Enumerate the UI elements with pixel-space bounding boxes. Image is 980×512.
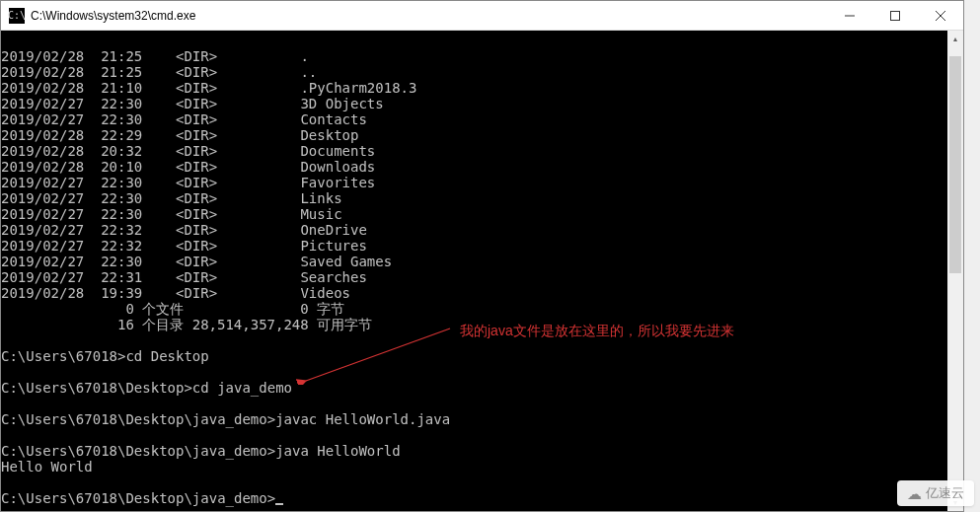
scroll-up-icon[interactable]: ▴: [947, 31, 963, 47]
watermark: ☁ 亿速云: [897, 480, 974, 506]
app-icon: C:\: [9, 8, 25, 24]
close-button[interactable]: [918, 1, 963, 30]
scroll-thumb[interactable]: [949, 56, 961, 273]
terminal-output[interactable]: 2019/02/28 21:25 <DIR> . 2019/02/28 21:2…: [1, 31, 947, 511]
cloud-icon: ☁: [907, 486, 922, 501]
maximize-button[interactable]: [872, 1, 918, 30]
svg-rect-1: [891, 11, 900, 20]
window-title: C:\Windows\system32\cmd.exe: [31, 9, 827, 23]
minimize-button[interactable]: [827, 1, 872, 30]
titlebar[interactable]: C:\ C:\Windows\system32\cmd.exe: [1, 1, 963, 31]
cmd-window: C:\ C:\Windows\system32\cmd.exe 2019/02/…: [0, 0, 964, 512]
watermark-text: 亿速云: [926, 484, 964, 502]
scrollbar[interactable]: ▴ ▾: [947, 31, 963, 511]
terminal-cursor: [275, 503, 283, 505]
